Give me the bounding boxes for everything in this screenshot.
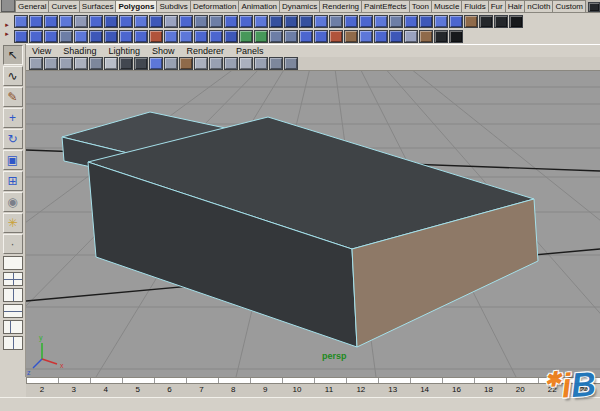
tab-general[interactable]: General [15,0,49,12]
shelf-scroll-arrows[interactable]: ▸ ▸ [0,13,14,44]
frame-tick-12[interactable]: 12 [345,384,377,397]
tab-surfaces[interactable]: Surfaces [79,0,117,12]
select-tool[interactable]: ↖ [3,45,23,65]
menu-shading[interactable]: Shading [57,45,102,57]
soft-mod-tool[interactable]: ◉ [3,192,23,212]
uv-texture-editor-icon[interactable] [359,30,373,43]
shelf-scroll-down-icon[interactable]: ▸ [5,30,9,37]
viewport-canvas[interactable]: y x z [26,71,600,377]
two-pane-stacked-layout[interactable] [3,304,23,318]
frame-tick-16[interactable]: 16 [441,384,473,397]
tab-deformation[interactable]: Deformation [190,0,240,12]
delete-edge-icon[interactable] [269,30,283,43]
frame-tick-9[interactable]: 9 [249,384,281,397]
field-chart-icon[interactable] [254,57,268,70]
poly-helix-icon[interactable] [149,15,163,28]
normals-soften-icon[interactable] [374,30,388,43]
fill-hole-icon[interactable] [374,15,388,28]
select-face-icon[interactable] [44,30,58,43]
create-polygon-tool-icon[interactable] [194,15,208,28]
tab-ncloth[interactable]: nCloth [524,0,553,12]
append-polygon-tool-icon[interactable] [209,15,223,28]
tab-fur[interactable]: Fur [488,0,506,12]
film-gate-icon[interactable] [209,57,223,70]
select-edge-icon[interactable] [29,30,43,43]
poly-pyramid-icon[interactable] [119,15,133,28]
select-uv-icon[interactable] [59,30,73,43]
frame-tick-8[interactable]: 8 [217,384,249,397]
detach-component-icon[interactable] [314,30,328,43]
duplicate-face-icon[interactable] [299,30,313,43]
merge-vertices-icon[interactable] [239,30,253,43]
four-pane-layout[interactable] [3,272,23,286]
rotate-tool[interactable]: ↻ [3,129,23,149]
safe-action-icon[interactable] [269,57,283,70]
ipr-render-icon[interactable] [149,57,163,70]
scale-tool[interactable]: ▣ [3,150,23,170]
platonic-solid-icon[interactable] [179,15,193,28]
show-manipulator-tool[interactable]: ✳ [3,213,23,233]
poly-plane-icon[interactable] [74,15,88,28]
menu-panels[interactable]: Panels [230,45,270,57]
snap-to-grid-icon[interactable] [29,57,43,70]
poke-face-icon[interactable] [134,30,148,43]
menu-show[interactable]: Show [146,45,181,57]
resolution-gate-icon[interactable] [224,57,238,70]
time-slider-ticks[interactable]: 2345678910111213141618202224 [26,384,600,397]
poly-torus-icon[interactable] [89,15,103,28]
outliner-pane-layout[interactable] [3,336,23,350]
shelf-scroll-up-icon[interactable]: ▸ [5,21,9,28]
menu-view[interactable]: View [26,45,57,57]
paint-select-tool[interactable]: ✎ [3,87,23,107]
render-current-frame-icon[interactable] [134,57,148,70]
render-flag-d-icon[interactable] [434,30,448,43]
render-settings-icon[interactable] [164,57,178,70]
frame-tick-24[interactable]: 24 [568,384,600,397]
sculpt-geometry-tool-icon[interactable] [344,30,358,43]
frame-tick-3[interactable]: 3 [58,384,90,397]
wedge-face-icon[interactable] [119,30,133,43]
boolean-union-icon[interactable] [269,15,283,28]
quadrangulate-icon[interactable] [359,15,373,28]
reduce-icon[interactable] [329,15,343,28]
tab-animation[interactable]: Animation [238,0,280,12]
tab-muscle[interactable]: Muscle [431,0,462,12]
sculpt-tool-icon[interactable] [464,15,478,28]
grow-selection-icon[interactable] [74,30,88,43]
cut-faces-tool-icon[interactable] [149,30,163,43]
tab-fluids[interactable]: Fluids [461,0,488,12]
tab-custom[interactable]: Custom [552,0,586,12]
mirror-geometry-icon[interactable] [449,15,463,28]
tab-toon[interactable]: Toon [409,0,432,12]
tab-curves[interactable]: Curves [48,0,79,12]
select-vertex-icon[interactable] [14,30,28,43]
tab-rendering[interactable]: Rendering [319,0,362,12]
time-slider[interactable] [26,377,600,384]
universal-manipulator-tool[interactable]: ⊞ [3,171,23,191]
poly-soccer-ball-icon[interactable] [164,15,178,28]
frame-tick-14[interactable]: 14 [409,384,441,397]
move-tool[interactable]: + [3,108,23,128]
tab-painteffects[interactable]: PaintEffects [361,0,410,12]
frame-tick-5[interactable]: 5 [122,384,154,397]
menu-grip-icon[interactable] [1,0,15,12]
smooth-icon[interactable] [314,15,328,28]
range-slider-bar[interactable] [0,397,600,411]
bevel-icon[interactable] [404,15,418,28]
render-flag-c-icon[interactable] [509,15,523,28]
spin-edge-icon[interactable] [224,30,238,43]
bridge-icon[interactable] [434,15,448,28]
poly-prism-icon[interactable] [104,15,118,28]
frame-tick-10[interactable]: 10 [281,384,313,397]
menu-renderer[interactable]: Renderer [180,45,230,57]
separate-icon[interactable] [239,15,253,28]
normals-harden-icon[interactable] [389,30,403,43]
tab-polygons[interactable]: Polygons [115,0,157,12]
paint-weights-icon[interactable] [419,30,433,43]
frame-tick-18[interactable]: 18 [472,384,504,397]
boolean-intersection-icon[interactable] [299,15,313,28]
merge-edge-tool-icon[interactable] [254,30,268,43]
poly-sphere-icon[interactable] [14,15,28,28]
frame-tick-7[interactable]: 7 [185,384,217,397]
snap-to-point-icon[interactable] [59,57,73,70]
